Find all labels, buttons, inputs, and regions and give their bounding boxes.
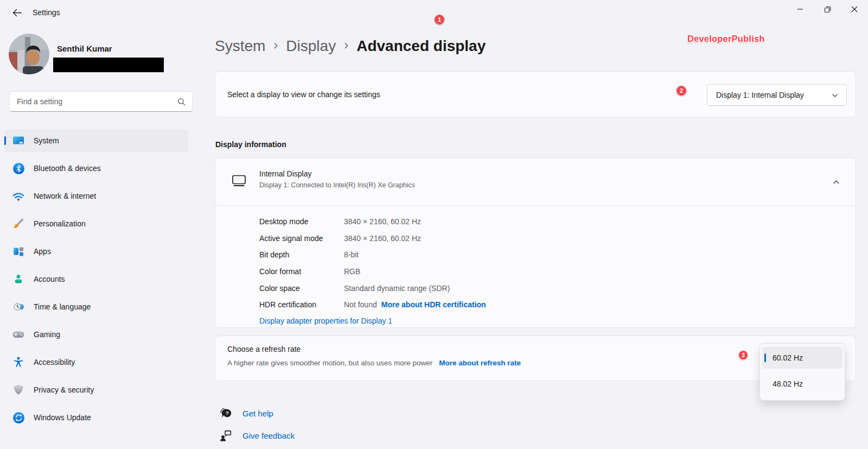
- select-display-label: Select a display to view or change its s…: [227, 90, 380, 99]
- annotation-badge-3: 3: [739, 351, 748, 359]
- restore-button[interactable]: [814, 0, 841, 18]
- sidebar-item-label: Accounts: [34, 275, 65, 283]
- get-help-icon: ?: [219, 407, 233, 420]
- minimize-icon: [797, 6, 803, 12]
- sidebar-item-personalization[interactable]: Personalization: [4, 212, 188, 235]
- hdr-certification-link[interactable]: More about HDR certification: [381, 300, 486, 309]
- display-info-rows: Desktop mode 3840 × 2160, 60.02 Hz Activ…: [259, 213, 843, 313]
- divider: [215, 205, 856, 206]
- apps-icon: [12, 245, 24, 257]
- info-row-active-signal-mode: Active signal mode 3840 × 2160, 60.02 Hz: [259, 230, 843, 247]
- breadcrumb-separator: ›: [273, 37, 278, 55]
- breadcrumb-system[interactable]: System: [215, 37, 265, 55]
- watermark: DeveloperPublish: [687, 34, 765, 44]
- sidebar-item-label: Time & language: [34, 302, 91, 311]
- give-feedback-row: Give feedback: [219, 427, 295, 444]
- windows-update-icon: [12, 412, 24, 423]
- info-row-color-format: Color format RGB: [259, 263, 843, 280]
- display-select-dropdown[interactable]: Display 1: Internal Display: [707, 84, 847, 106]
- search-icon[interactable]: [177, 98, 186, 106]
- network-icon: [12, 190, 24, 202]
- refresh-rate-subtitle-row: A higher rate gives smoother motion, but…: [227, 359, 521, 367]
- back-arrow-icon: [12, 9, 22, 17]
- give-feedback-icon: [219, 429, 233, 442]
- back-button[interactable]: [8, 4, 26, 21]
- sidebar-item-system[interactable]: System: [4, 129, 188, 152]
- sidebar-item-label: Network & internet: [34, 192, 96, 200]
- info-row-bit-depth: Bit depth 8-bit: [259, 246, 843, 263]
- refresh-rate-more-link[interactable]: More about refresh rate: [439, 359, 521, 367]
- close-icon: [851, 6, 858, 12]
- refresh-rate-subtitle: A higher rate gives smoother motion, but…: [227, 359, 432, 367]
- window-controls: [787, 0, 868, 18]
- get-help-row: ? Get help: [219, 405, 273, 421]
- accessibility-icon: [12, 356, 24, 368]
- expander-header[interactable]: Internal Display Display 1: Connected to…: [215, 158, 856, 205]
- sidebar-item-label: Windows Update: [34, 413, 91, 422]
- window-title: Settings: [33, 8, 60, 17]
- close-button[interactable]: [841, 0, 868, 18]
- search-box: [9, 91, 193, 112]
- search-input[interactable]: [17, 97, 177, 106]
- give-feedback-link[interactable]: Give feedback: [242, 431, 295, 440]
- avatar: [9, 34, 49, 74]
- breadcrumb-separator: ›: [344, 37, 348, 55]
- refresh-rate-dropdown: 60.02 Hz 48.02 Hz: [760, 343, 845, 401]
- chevron-up-icon[interactable]: [831, 176, 841, 187]
- display-card-subtitle: Display 1: Connected to Intel(R) Iris(R)…: [259, 181, 415, 189]
- get-help-link[interactable]: Get help: [242, 409, 273, 418]
- breadcrumb: System › Display › Advanced display: [215, 34, 486, 59]
- gaming-icon: [12, 328, 24, 340]
- sidebar-item-label: Personalization: [34, 219, 86, 228]
- annotation-badge-2: 2: [676, 86, 686, 96]
- system-icon: [12, 135, 24, 147]
- refresh-option-60hz[interactable]: 60.02 Hz: [762, 347, 843, 369]
- sidebar-item-gaming[interactable]: Gaming: [4, 323, 188, 346]
- sidebar-item-time-language[interactable]: Time & language: [4, 295, 188, 318]
- page-title: Advanced display: [356, 37, 486, 55]
- time-language-icon: [12, 301, 24, 313]
- sidebar-item-apps[interactable]: Apps: [4, 240, 188, 263]
- sidebar-item-windows-update[interactable]: Windows Update: [4, 406, 188, 429]
- sidebar-item-accessibility[interactable]: Accessibility: [4, 351, 188, 374]
- sidebar-item-bluetooth[interactable]: Bluetooth & devices: [4, 157, 188, 180]
- sidebar-item-label: Bluetooth & devices: [34, 164, 101, 173]
- selected-indicator: [4, 136, 6, 145]
- info-row-color-space: Color space Standard dynamic range (SDR): [259, 280, 843, 296]
- sidebar-item-label: System: [34, 136, 59, 145]
- display-info-card: Internal Display Display 1: Connected to…: [215, 157, 856, 328]
- sidebar-item-label: Apps: [34, 247, 51, 256]
- svg-text:?: ?: [226, 410, 229, 416]
- accounts-icon: [12, 273, 24, 285]
- redacted-email: [53, 58, 164, 72]
- sidebar-item-label: Gaming: [34, 330, 60, 339]
- bluetooth-icon: [12, 162, 24, 174]
- display-select-value: Display 1: Internal Display: [716, 91, 831, 99]
- sidebar-item-label: Accessibility: [34, 358, 75, 366]
- minimize-button[interactable]: [787, 0, 814, 18]
- sidebar-item-privacy[interactable]: Privacy & security: [4, 378, 188, 401]
- privacy-shield-icon: [12, 384, 24, 396]
- annotation-badge-1: 1: [435, 15, 444, 24]
- user-name: Senthil Kumar: [57, 44, 112, 53]
- display-card-title: Internal Display: [259, 169, 312, 178]
- sidebar-item-accounts[interactable]: Accounts: [4, 268, 188, 290]
- refresh-rate-title: Choose a refresh rate: [227, 345, 301, 353]
- breadcrumb-display[interactable]: Display: [286, 37, 336, 55]
- chevron-down-icon: [831, 92, 839, 99]
- info-row-desktop-mode: Desktop mode 3840 × 2160, 60.02 Hz: [259, 213, 843, 230]
- restore-icon: [824, 6, 831, 13]
- monitor-icon: [232, 174, 246, 187]
- display-adapter-properties-link[interactable]: Display adapter properties for Display 1: [259, 317, 392, 325]
- sidebar-item-network[interactable]: Network & internet: [4, 185, 188, 207]
- personalization-icon: [12, 218, 24, 230]
- info-row-hdr-certification: HDR certification Not found More about H…: [259, 296, 843, 313]
- section-title: Display information: [215, 140, 286, 149]
- refresh-option-48hz[interactable]: 48.02 Hz: [762, 373, 843, 395]
- selected-indicator: [764, 353, 766, 362]
- sidebar-item-label: Privacy & security: [34, 385, 94, 394]
